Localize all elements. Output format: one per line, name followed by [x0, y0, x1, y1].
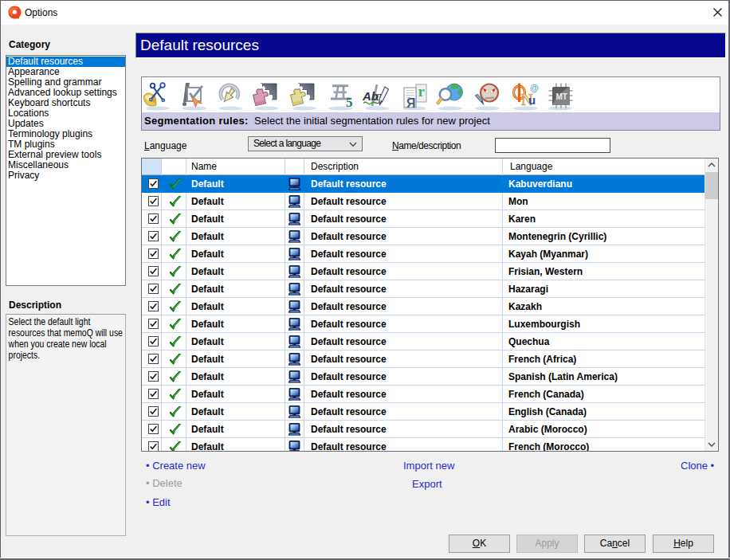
svg-text:u: u [528, 93, 536, 107]
svg-text:5: 5 [346, 95, 353, 110]
svg-text:r: r [418, 83, 426, 100]
svg-text:MT: MT [556, 92, 567, 101]
svg-text:Я: Я [406, 96, 416, 110]
